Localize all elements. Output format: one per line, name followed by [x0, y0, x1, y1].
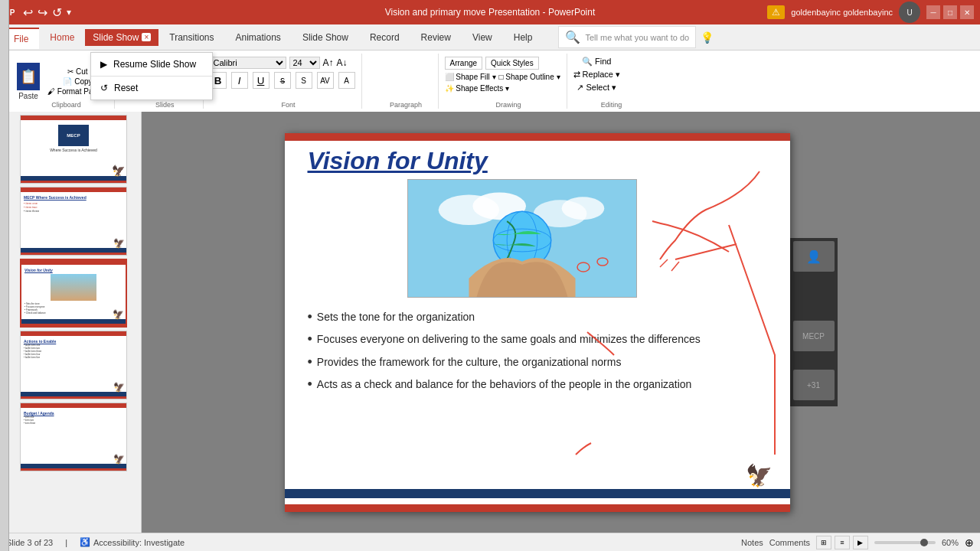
- video-thumbnail-3: +31: [793, 370, 835, 400]
- slide-thumbnail-5[interactable]: 5 Budget / Agenda • item one • item two …: [3, 403, 138, 471]
- paste-button[interactable]: 📋 Paste: [12, 60, 44, 103]
- refresh-button[interactable]: ↺: [52, 5, 62, 20]
- arrange-button[interactable]: Arrange: [445, 57, 483, 70]
- shape-effects-button[interactable]: ✨ Shape Effects ▾: [445, 84, 560, 93]
- resume-label: Resume Slide Show: [113, 59, 196, 70]
- search-placeholder: Tell me what you want to do: [585, 33, 689, 42]
- accessibility-text: Accessibility: Investigate: [93, 538, 185, 547]
- font-controls: Calibri 24 A↑ A↓ B I U S̶ S AV A: [210, 54, 355, 89]
- slideshow-view-button[interactable]: ▶: [853, 536, 868, 549]
- slideshow-badge: ×: [142, 33, 151, 41]
- thumb-img-1: MECP Where Success is Achieved 🦅: [20, 115, 127, 184]
- char-spacing-button[interactable]: AV: [317, 72, 334, 89]
- paragraph-group: Paragraph: [362, 54, 439, 109]
- tab-home[interactable]: Home: [39, 28, 85, 47]
- font-row1: Calibri 24 A↑ A↓: [210, 57, 355, 69]
- underline-button[interactable]: U: [253, 72, 270, 89]
- zoom-level: 60%: [942, 538, 959, 547]
- close-button[interactable]: ✕: [960, 5, 974, 19]
- paragraph-label: Paragraph: [368, 101, 444, 109]
- flag-icon: 🦅: [746, 463, 773, 488]
- tab-record[interactable]: Record: [359, 28, 410, 47]
- window-controls: ─ □ ✕: [926, 5, 974, 19]
- avatar[interactable]: U: [899, 2, 920, 23]
- shape-effects-row: ⬜ Shape Fill ▾ □ Shape Outline ▾: [445, 73, 560, 81]
- title-right-section: ⚠ goldenbayinc goldenbayinc U ─ □ ✕: [767, 2, 974, 23]
- tab-animations[interactable]: Animations: [225, 28, 292, 47]
- shape-row1: Arrange Quick Styles: [445, 57, 560, 70]
- bullet-text-2: Focuses everyone on delivering to the sa…: [317, 331, 701, 348]
- select-button[interactable]: ↗ Select ▾: [573, 83, 620, 93]
- video-thumbnail-1: 👤: [793, 241, 835, 272]
- right-panel: 👤 MECP +31: [790, 238, 838, 406]
- main-area: 1 MECP Where Success is Achieved 🦅 2 MEC…: [0, 112, 980, 533]
- minimize-button[interactable]: ─: [926, 5, 940, 19]
- redo-button[interactable]: ↪: [38, 5, 47, 20]
- resume-slideshow-item[interactable]: ▶ Resume Slide Show: [91, 53, 212, 76]
- left-scroll: [0, 0, 9, 551]
- window-title: Vision and primary move Presentation - P…: [385, 7, 596, 18]
- bullet-text-3: Provides the framework for the culture, …: [317, 354, 622, 371]
- drawing-group: Arrange Quick Styles ⬜ Shape Fill ▾ □ Sh…: [439, 54, 567, 109]
- fit-slide-button[interactable]: ⊕: [965, 536, 974, 549]
- clipboard-label: Clipboard: [12, 101, 120, 109]
- quick-styles-button[interactable]: Quick Styles: [485, 57, 539, 70]
- search-icon: 🔍: [565, 30, 580, 44]
- tab-view[interactable]: View: [462, 28, 503, 47]
- replace-button[interactable]: ⇄ Replace ▾: [573, 70, 620, 80]
- slide-logo: 🦅: [737, 457, 782, 495]
- notes-button[interactable]: Notes: [741, 538, 763, 547]
- slide-thumbnail-2[interactable]: 2 MECP Where Success is Achieved • item …: [3, 187, 138, 256]
- normal-view-button[interactable]: ⊞: [816, 536, 831, 549]
- drawing-controls: Arrange Quick Styles ⬜ Shape Fill ▾ □ Sh…: [445, 54, 560, 93]
- slide-canvas[interactable]: Vision for Unity: [285, 133, 790, 512]
- slide-bullets: • Sets the tone for the organization • F…: [308, 309, 767, 399]
- editing-buttons: 🔍 Find ⇄ Replace ▾ ↗ Select ▾: [573, 54, 620, 93]
- statusbar: Slide 3 of 23 | ♿ Accessibility: Investi…: [0, 533, 980, 551]
- lightbulb-icon: 💡: [701, 31, 714, 44]
- font-color-button[interactable]: A: [338, 72, 355, 89]
- shape-outline-button[interactable]: □ Shape Outline ▾: [499, 73, 560, 81]
- restore-button[interactable]: □: [943, 5, 957, 19]
- search-bar[interactable]: 🔍 Tell me what you want to do: [558, 26, 696, 48]
- find-button[interactable]: 🔍 Find: [573, 57, 620, 67]
- title-bar: P ↩ ↪ ↺ ▾ Vision and primary move Presen…: [0, 0, 980, 24]
- slide-thumbnail-3[interactable]: 3 Vision for Unity • Sets the tone • Foc…: [3, 259, 138, 328]
- slideshow-label: Slide Show: [93, 32, 139, 43]
- undo-button[interactable]: ↩: [23, 5, 33, 20]
- slides-label: Slides: [121, 101, 209, 109]
- tab-transitions[interactable]: Transitions: [158, 28, 224, 47]
- qat-button[interactable]: ▾: [67, 7, 71, 18]
- strikethrough-button[interactable]: S̶: [274, 72, 291, 89]
- shadow-button[interactable]: S: [296, 72, 312, 89]
- status-right: Notes Comments ⊞ ≡ ▶ 60% ⊕: [741, 536, 974, 549]
- slide-panel: 1 MECP Where Success is Achieved 🦅 2 MEC…: [0, 112, 142, 533]
- ribbon-tabs: File Home Slide Show × Transitions Anima…: [0, 24, 980, 51]
- zoom-slider[interactable]: [874, 541, 936, 544]
- accessibility-status[interactable]: ♿ Accessibility: Investigate: [80, 537, 185, 547]
- slide-title: Vision for Unity: [308, 147, 488, 175]
- thumb-img-3: Vision for Unity • Sets the tone • Focus…: [20, 259, 127, 328]
- tab-slideshow[interactable]: Slide Show ×: [85, 29, 158, 46]
- font-size-select[interactable]: 24: [289, 57, 320, 69]
- thumb-img-2: MECP Where Success is Achieved • item on…: [20, 187, 127, 256]
- shape-fill-button[interactable]: ⬜ Shape Fill ▾: [445, 73, 496, 81]
- tab-slideshow2[interactable]: Slide Show: [292, 28, 359, 47]
- bullet-text-1: Sets the tone for the organization: [317, 309, 475, 326]
- slide-thumbnail-4[interactable]: 4 Actions to Enable • bullet item one • …: [3, 331, 138, 399]
- reset-item[interactable]: ↺ Reset: [91, 77, 212, 99]
- slide-thumbnail-1[interactable]: 1 MECP Where Success is Achieved 🦅: [3, 115, 138, 184]
- outline-view-button[interactable]: ≡: [835, 536, 850, 549]
- globe-image-svg: [408, 179, 636, 298]
- view-buttons: ⊞ ≡ ▶: [816, 536, 868, 549]
- tab-review[interactable]: Review: [410, 28, 462, 47]
- accessibility-icon: ♿: [80, 537, 90, 547]
- font-row2: B I U S̶ S AV A: [210, 72, 355, 89]
- tab-help[interactable]: Help: [503, 28, 544, 47]
- italic-button[interactable]: I: [231, 72, 248, 89]
- font-increase-button[interactable]: A↑: [323, 57, 334, 68]
- thumb-img-4: Actions to Enable • bullet item one • bu…: [20, 331, 127, 399]
- font-decrease-button[interactable]: A↓: [337, 57, 348, 68]
- font-family-select[interactable]: Calibri: [210, 57, 286, 69]
- comments-button[interactable]: Comments: [769, 538, 810, 547]
